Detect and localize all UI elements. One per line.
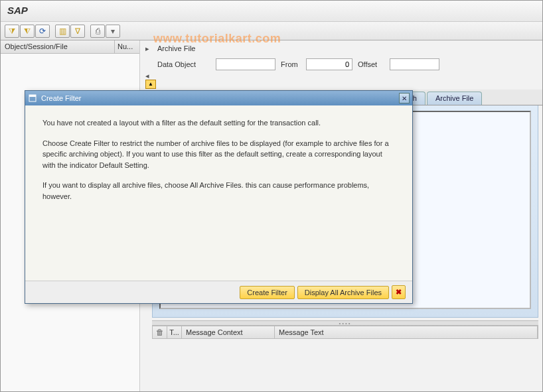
svg-rect-1	[29, 95, 36, 97]
chevron-down-icon[interactable]: ▾	[106, 25, 120, 38]
layout-icon[interactable]: ▥	[55, 25, 70, 38]
dialog-close-icon[interactable]: ✕	[399, 93, 410, 103]
display-all-archive-files-button[interactable]: Display All Archive Files	[297, 286, 389, 299]
offset-input[interactable]	[390, 58, 439, 70]
data-object-input[interactable]	[216, 58, 275, 70]
collapse-up-icon[interactable]: ▲	[145, 80, 156, 89]
dialog-paragraph-1: You have not created a layout with a fil…	[42, 117, 395, 129]
from-input[interactable]	[306, 58, 352, 70]
message-context-column[interactable]: Message Context	[182, 326, 275, 338]
archive-file-label: Archive File	[157, 44, 210, 52]
dialog-paragraph-2: Choose Create Filter to restrict the num…	[42, 138, 395, 171]
cancel-button[interactable]: ✖	[392, 285, 406, 299]
delete-column-icon[interactable]: 🗑	[153, 326, 167, 338]
dialog-title-text: Create Filter	[41, 94, 395, 102]
offset-label: Offset	[358, 60, 384, 68]
window-title: SAP	[1, 1, 542, 22]
expand-all-icon[interactable]: ⧩	[5, 25, 19, 38]
type-column[interactable]: T...	[167, 326, 182, 338]
dialog-footer: Create Filter Display All Archive Files …	[25, 281, 412, 303]
tree-col-object[interactable]: Object/Session/File	[1, 40, 115, 53]
tree-header: Object/Session/File Nu...	[1, 40, 139, 54]
dialog-paragraph-3: If you want to display all archive files…	[42, 180, 395, 202]
collapse-all-icon[interactable]: ⧨	[20, 25, 35, 38]
splitter-handle[interactable]: ••••	[152, 320, 538, 326]
dialog-icon	[28, 94, 37, 103]
data-object-label: Data Object	[157, 60, 210, 68]
print-icon[interactable]: ⎙	[90, 25, 105, 38]
from-label: From	[281, 60, 301, 68]
tree-col-number[interactable]: Nu...	[115, 40, 139, 53]
dialog-body: You have not created a layout with a fil…	[25, 105, 412, 281]
create-filter-dialog: Create Filter ✕ You have not created a l…	[25, 90, 413, 304]
filter-icon[interactable]: ∇	[70, 25, 85, 38]
close-icon: ✖	[396, 288, 402, 296]
create-filter-button[interactable]: Create Filter	[240, 286, 295, 299]
message-table-header: 🗑 T... Message Context Message Text	[152, 326, 538, 339]
message-text-column[interactable]: Message Text	[275, 326, 538, 338]
tab-archive-file[interactable]: Archive File	[427, 92, 482, 105]
expand-triangle-icon[interactable]: ▸	[145, 44, 152, 53]
dialog-titlebar[interactable]: Create Filter ✕	[25, 91, 412, 105]
main-toolbar: ⧩ ⧨ ⟳ ▥ ∇ ⎙ ▾	[1, 22, 542, 40]
refresh-icon[interactable]: ⟳	[35, 25, 50, 38]
